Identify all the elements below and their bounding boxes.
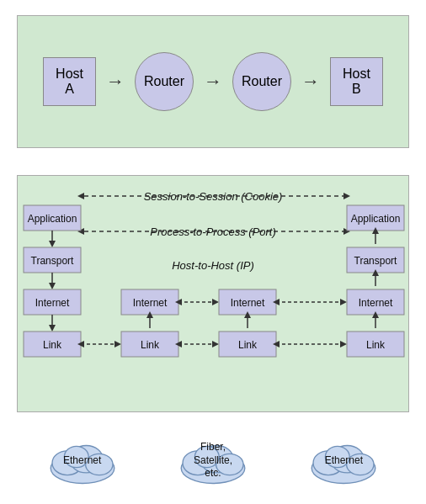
top-diagram: HostA → Router → Router → HostB xyxy=(17,15,409,148)
host-a-node: HostA xyxy=(43,57,96,106)
svg-marker-27 xyxy=(212,341,219,347)
router2-link: Link xyxy=(238,339,258,351)
host-b-transport: Transport xyxy=(354,255,398,267)
svg-marker-11 xyxy=(49,283,56,289)
host-a-transport: Transport xyxy=(31,255,75,267)
router1-link: Link xyxy=(141,339,160,351)
cloud-fiber-label: Fiber,Satellite,etc. xyxy=(194,441,232,480)
router-1-node: Router xyxy=(135,52,194,111)
svg-marker-2 xyxy=(77,193,84,199)
arrow-1: → xyxy=(106,71,125,93)
host-a-application: Application xyxy=(28,213,77,225)
svg-marker-34 xyxy=(340,299,347,305)
cloud-ethernet-2-label: Ethernet xyxy=(325,454,363,468)
cloud-fiber: Fiber,Satellite,etc. xyxy=(175,433,251,488)
svg-marker-14 xyxy=(49,325,56,332)
svg-marker-37 xyxy=(340,341,347,347)
svg-marker-1 xyxy=(343,193,350,199)
host-b-application: Application xyxy=(351,213,401,225)
router-2-node: Router xyxy=(232,52,291,111)
host-a-link: Link xyxy=(43,339,62,351)
arrow-2: → xyxy=(204,71,222,93)
host-b-link: Link xyxy=(366,339,386,351)
host-b-internet: Internet xyxy=(359,297,393,309)
cloud-ethernet-1-label: Ethernet xyxy=(63,454,101,468)
bottom-diagram-svg: Session-to-Session (Cookie) Process-to-P… xyxy=(17,175,409,412)
arrow-3: → xyxy=(301,71,320,93)
router2-internet: Internet xyxy=(231,297,265,309)
cloud-ethernet-2: Ethernet xyxy=(306,433,381,488)
svg-marker-8 xyxy=(49,241,56,247)
host-label: Host-to-Host (IP) xyxy=(172,259,254,272)
cloud-ethernet-1: Ethernet xyxy=(45,433,120,488)
host-a-internet: Internet xyxy=(35,297,70,309)
svg-marker-24 xyxy=(212,299,219,305)
svg-marker-17 xyxy=(114,341,121,347)
host-b-node: HostB xyxy=(330,57,383,106)
clouds-area: Ethernet Fiber,Satellite,etc. Ethernet xyxy=(17,425,409,496)
router1-internet: Internet xyxy=(133,297,168,309)
